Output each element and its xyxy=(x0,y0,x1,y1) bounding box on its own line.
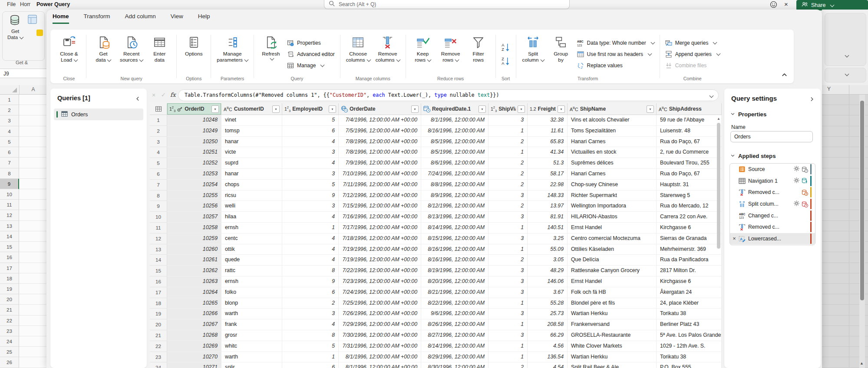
merge-queries-button[interactable]: Merge queries xyxy=(665,38,720,48)
cell[interactable]: 8/21/1996, 12:00:00 AM xyxy=(421,287,488,298)
row-number[interactable]: 5 xyxy=(150,158,167,169)
sort-descending-button[interactable]: ZA xyxy=(499,56,512,67)
excel-row-header[interactable]: 18 xyxy=(0,273,19,284)
cell[interactable]: 7/31/1996, 12:00:00 AM +00:00 xyxy=(339,341,421,352)
cell[interactable]: 10252 xyxy=(167,158,221,169)
cell[interactable]: 10258 xyxy=(167,223,221,233)
cell[interactable]: 8/1/1996, 12:00:00 AM xyxy=(421,115,488,126)
cell[interactable]: 65.83 xyxy=(528,137,568,148)
cell[interactable]: 8/1/1996, 12:00:00 AM +00:00 xyxy=(339,352,421,363)
cell[interactable]: Blondel père et fils xyxy=(568,298,657,309)
cell[interactable]: chops xyxy=(221,180,282,191)
row-number[interactable]: 18 xyxy=(150,298,167,309)
applied-step-lowercased-6[interactable]: ×ALowercased... xyxy=(730,233,815,245)
cell[interactable]: 3.05 xyxy=(528,255,568,266)
cell[interactable]: 2, rue du Commerce xyxy=(657,147,722,158)
cell[interactable]: 9 xyxy=(282,276,339,287)
row-number[interactable]: 8 xyxy=(150,191,167,201)
cell[interactable]: 51.3 xyxy=(528,158,568,169)
row-number[interactable]: 10 xyxy=(150,212,167,223)
cell[interactable]: 7/18/1996, 12:00:00 AM +00:00 xyxy=(339,233,421,244)
cell[interactable]: 6 xyxy=(282,362,339,368)
column-header-shipaddress[interactable]: ABCShipAddress xyxy=(657,103,722,115)
cell[interactable]: Boulevard Tirou, 255 xyxy=(657,158,722,169)
cell[interactable]: hanar xyxy=(221,169,282,180)
query-item-orders[interactable]: Orders xyxy=(54,108,143,120)
excel-row-header[interactable]: 24 xyxy=(0,336,19,347)
cell[interactable]: 8/16/1996, 12:00:00 AM xyxy=(421,244,488,255)
step-settings-button[interactable] xyxy=(793,177,800,185)
cell[interactable]: suprd xyxy=(221,158,282,169)
cell[interactable]: 10271 xyxy=(167,362,221,368)
row-number[interactable]: 1 xyxy=(150,115,167,126)
excel-row-header[interactable]: 3 xyxy=(0,115,19,126)
cell[interactable]: 10261 xyxy=(167,255,221,266)
excel-row-header[interactable]: 14 xyxy=(0,231,19,242)
cell[interactable]: 136.54 xyxy=(528,352,568,363)
row-number[interactable]: 21 xyxy=(150,330,167,341)
cell[interactable]: Ernst Handel xyxy=(568,223,657,233)
cell[interactable]: Chop-suey Chinese xyxy=(568,180,657,191)
tab-view[interactable]: View xyxy=(171,13,183,24)
cell[interactable]: hilaa xyxy=(221,212,282,223)
cell[interactable]: 10254 xyxy=(167,180,221,191)
cell[interactable]: 8/19/1996, 12:00:00 AM xyxy=(421,266,488,276)
advanced-editor-button[interactable]: Advanced editor xyxy=(287,49,335,59)
cell[interactable]: 7/19/1996, 12:00:00 AM +00:00 xyxy=(339,244,421,255)
excel-row-header[interactable]: 21 xyxy=(0,305,19,315)
cell[interactable]: 3 xyxy=(488,233,528,244)
cell[interactable]: 2 xyxy=(488,169,528,180)
cell[interactable]: Vins et alcools Chevalier xyxy=(568,115,657,126)
cell[interactable]: 3 xyxy=(488,212,528,223)
cell[interactable]: 4 xyxy=(282,233,339,244)
feedback-smiley-button[interactable] xyxy=(770,1,777,10)
cell[interactable]: folko xyxy=(221,287,282,298)
cell[interactable]: 3.67 xyxy=(528,287,568,298)
cell[interactable]: 8/12/1996, 12:00:00 AM xyxy=(421,201,488,212)
cell[interactable]: 10263 xyxy=(167,276,221,287)
cell[interactable]: 7/16/1996, 12:00:00 AM +00:00 xyxy=(339,212,421,223)
cell[interactable]: Centro comercial Moctezuma xyxy=(568,233,657,244)
cell[interactable]: 7/15/1996, 12:00:00 AM +00:00 xyxy=(339,201,421,212)
cell[interactable]: 8 xyxy=(282,266,339,276)
scroll-arrow-icon[interactable]: ▲ xyxy=(860,361,864,365)
cell[interactable]: 24, place Kléber xyxy=(657,298,722,309)
cell[interactable]: Split Rail Beer & Ale xyxy=(568,362,657,368)
cell[interactable]: 1 xyxy=(488,319,528,330)
cell[interactable]: 4 xyxy=(282,137,339,148)
cell[interactable]: rattc xyxy=(221,266,282,276)
cell[interactable]: 1 xyxy=(488,341,528,352)
cell[interactable]: Luisenstr. 48 xyxy=(657,126,722,137)
cell[interactable]: Toms Spezialitäten xyxy=(568,126,657,137)
filter-rows-button[interactable]: Filterrows xyxy=(465,33,492,64)
cell[interactable]: GROSELLA-Restaurante xyxy=(568,330,657,341)
cell[interactable]: 3 xyxy=(488,191,528,201)
filter-button[interactable]: ▼ xyxy=(558,105,565,113)
cell[interactable]: 7/8/1996, 12:00:00 AM +00:00 xyxy=(339,137,421,148)
use-first-row-as-headers-button[interactable]: Use first row as headers xyxy=(577,49,654,59)
cell[interactable]: hanar xyxy=(221,137,282,148)
excel-row-header[interactable]: 11 xyxy=(0,200,19,210)
cell[interactable]: 7/10/1996, 12:00:00 AM +00:00 xyxy=(339,169,421,180)
cell[interactable]: 2 xyxy=(488,137,528,148)
share-button[interactable]: Share xyxy=(796,0,868,10)
filter-button[interactable]: ▼ xyxy=(211,105,219,113)
row-number[interactable]: 22 xyxy=(150,341,167,352)
cell[interactable]: Kirchgasse 6 xyxy=(657,276,722,287)
cell[interactable]: 8/14/1996, 12:00:00 AM xyxy=(421,223,488,233)
data-type-button[interactable]: ABC123Data type: Whole number xyxy=(577,38,654,48)
filter-button[interactable]: ▼ xyxy=(411,105,419,113)
cell[interactable]: Que Delícia xyxy=(568,255,657,266)
cell[interactable]: 2 xyxy=(488,201,528,212)
cell[interactable]: 7/22/1996, 12:00:00 AM +00:00 xyxy=(339,266,421,276)
cell[interactable]: 4 xyxy=(282,255,339,266)
cell[interactable]: 1 xyxy=(282,223,339,233)
options-button[interactable]: Options xyxy=(180,33,207,58)
cell[interactable]: 1 xyxy=(488,352,528,363)
step-settings-button[interactable] xyxy=(793,200,800,208)
cell[interactable]: 7/12/1996, 12:00:00 AM +00:00 xyxy=(339,191,421,201)
cell[interactable]: 6 xyxy=(282,287,339,298)
cell[interactable]: 48.29 xyxy=(528,266,568,276)
cell[interactable]: 8/16/1996, 12:00:00 AM xyxy=(421,126,488,137)
cell[interactable]: 10256 xyxy=(167,201,221,212)
